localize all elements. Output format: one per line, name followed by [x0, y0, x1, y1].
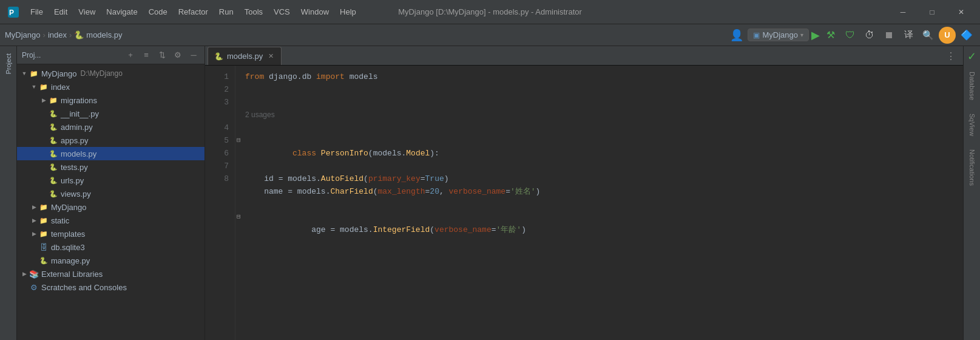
tree-index-icon: 📁 — [39, 82, 49, 92]
code-line-usages: 2 usages — [245, 109, 963, 121]
tree-db[interactable]: 🗄 db.sqlite3 — [17, 240, 204, 254]
project-selector-label: MyDjango — [762, 30, 798, 39]
menu-run[interactable]: Run — [214, 5, 238, 19]
tree-templates[interactable]: ▶ 📁 templates — [17, 227, 204, 240]
tree-admin[interactable]: 🐍 admin.py — [17, 120, 204, 134]
project-selector-icon: ▣ — [753, 31, 760, 39]
tree-models[interactable]: 🐍 models.py — [17, 147, 204, 160]
tree-index[interactable]: ▼ 📁 index — [17, 80, 204, 93]
code-line-5: id = models.AutoField(primary_key=True) — [245, 172, 963, 185]
menu-navigate[interactable]: Navigate — [101, 5, 142, 19]
tree-index-label: index — [51, 83, 70, 92]
panel-sort-icon[interactable]: ⇅ — [156, 49, 168, 61]
toolbar-row: MyDjango › index › 🐍 models.py 👤 ▣ MyDja… — [0, 24, 980, 46]
panel-title: Proj... — [22, 51, 121, 59]
maximize-button[interactable]: □ — [918, 0, 946, 24]
project-selector[interactable]: ▣ MyDjango ▾ — [748, 29, 809, 41]
tree-tests[interactable]: 🐍 tests.py — [17, 160, 204, 174]
translate-button[interactable]: 译 — [900, 27, 917, 44]
run-button[interactable]: ▶ — [811, 29, 820, 42]
line-num-8: 8 — [205, 172, 229, 185]
tree-views-icon: 🐍 — [49, 189, 58, 199]
breadcrumb-folder[interactable]: index — [48, 30, 67, 39]
tree-migrations[interactable]: ▶ 📁 migrations — [17, 93, 204, 107]
menu-refactor[interactable]: Refactor — [174, 5, 213, 19]
tree-external-arrow: ▶ — [19, 269, 29, 279]
tree-urls[interactable]: 🐍 urls.py — [17, 174, 204, 187]
tree-static[interactable]: ▶ 📁 static — [17, 214, 204, 227]
tree-apps-icon: 🐍 — [49, 135, 58, 145]
menu-view[interactable]: View — [73, 5, 100, 19]
database-tab[interactable]: Database — [966, 66, 978, 106]
profile-run-button[interactable]: ⏱ — [861, 27, 878, 44]
breadcrumb-project[interactable]: MyDjango — [5, 30, 41, 39]
tab-close-button[interactable]: ✕ — [266, 52, 275, 61]
vertical-project-tab[interactable]: Project — [0, 46, 17, 340]
menu-file[interactable]: File — [25, 5, 48, 19]
menu-window[interactable]: Window — [296, 5, 334, 19]
line-num-7: 7 — [205, 160, 229, 172]
tree-admin-icon: 🐍 — [49, 122, 58, 132]
panel-hide-icon[interactable]: ─ — [188, 49, 200, 61]
tree-views[interactable]: 🐍 views.py — [17, 187, 204, 200]
user-avatar[interactable]: U — [939, 27, 956, 44]
search-button[interactable]: 🔍 — [919, 27, 936, 44]
menu-code[interactable]: Code — [144, 5, 172, 19]
code-line-3 — [245, 96, 963, 109]
tree-db-label: db.sqlite3 — [51, 243, 85, 252]
tree-apps[interactable]: 🐍 apps.py — [17, 134, 204, 147]
line-num-usages — [205, 109, 229, 121]
line-num-6: 6 — [205, 147, 229, 160]
tree-scratches[interactable]: ▶ ⚙ Scratches and Consoles — [17, 280, 204, 294]
stop-button[interactable]: ⏹ — [880, 27, 897, 44]
coverage-button[interactable]: 🛡 — [842, 27, 859, 44]
tree-manage-icon: 🐍 — [39, 256, 49, 265]
panel-settings-icon[interactable]: ⚙ — [172, 49, 184, 61]
tree-mydjango-sub[interactable]: ▶ 📁 MyDjango — [17, 200, 204, 214]
more-options-button[interactable]: 🔷 — [958, 27, 975, 44]
tree-external[interactable]: ▶ 📚 External Libraries — [17, 267, 204, 280]
code-line-2 — [245, 83, 963, 96]
tree-scratches-icon: ⚙ — [29, 282, 39, 292]
tree-manage-label: manage.py — [51, 256, 90, 265]
tree-mydjango-sub-arrow: ▶ — [29, 202, 39, 212]
build-button[interactable]: ⚒ — [822, 27, 839, 44]
menu-tools[interactable]: Tools — [240, 5, 268, 19]
code-line-4: ⊟ class PersonInfo(models.Model): — [245, 121, 963, 172]
breadcrumb-filename[interactable]: models.py — [86, 30, 122, 39]
tree-init[interactable]: 🐍 __init__.py — [17, 107, 204, 120]
project-tab-label[interactable]: Project — [2, 49, 15, 79]
fold-gutter-4[interactable]: ⊟ — [237, 134, 241, 147]
title-bar: P File Edit View Navigate Code Refactor … — [0, 0, 980, 24]
tree-views-label: views.py — [61, 189, 91, 199]
tree-admin-label: admin.py — [61, 123, 93, 132]
tree-root[interactable]: ▼ 📁 MyDjango D:\MyDjango — [17, 67, 204, 80]
notifications-tab[interactable]: Notifications — [966, 143, 978, 192]
panel-add-icon[interactable]: + — [124, 49, 137, 61]
close-button[interactable]: ✕ — [947, 0, 975, 24]
tree-root-arrow: ▼ — [19, 69, 29, 78]
tree-manage[interactable]: 🐍 manage.py — [17, 254, 204, 267]
minimize-button[interactable]: ─ — [889, 0, 917, 24]
tree-static-label: static — [51, 216, 69, 225]
menu-help[interactable]: Help — [335, 5, 361, 19]
tree-static-arrow: ▶ — [29, 216, 39, 225]
tab-file-icon: 🐍 — [214, 52, 223, 61]
sqview-tab[interactable]: SqView — [966, 107, 978, 142]
breadcrumb-file: 🐍 models.py — [74, 30, 122, 39]
validation-icon[interactable]: ✓ — [965, 50, 979, 63]
code-content[interactable]: from django.db import models 2 usages ⊟ … — [235, 66, 963, 340]
tree-migrations-icon: 📁 — [49, 95, 58, 105]
profile-button[interactable]: 👤 — [728, 27, 745, 44]
window-controls: ─ □ ✕ — [889, 0, 975, 24]
tab-more-button[interactable]: ⋮ — [941, 47, 961, 65]
editor-tab-models[interactable]: 🐍 models.py ✕ — [208, 47, 282, 65]
panel-header: Proj... + ≡ ⇅ ⚙ ─ — [17, 46, 204, 64]
tree-urls-label: urls.py — [61, 176, 84, 185]
menu-vcs[interactable]: VCS — [269, 5, 295, 19]
fold-gutter-7[interactable]: ⊟ — [237, 211, 241, 223]
menu-edit[interactable]: Edit — [49, 5, 72, 19]
code-line-7: ⊟ age = models.IntegerField(verbose_name… — [245, 198, 963, 249]
panel-scroll-icon[interactable]: ≡ — [140, 49, 152, 61]
code-line-6: name = models.CharField(max_length=20, v… — [245, 185, 963, 198]
